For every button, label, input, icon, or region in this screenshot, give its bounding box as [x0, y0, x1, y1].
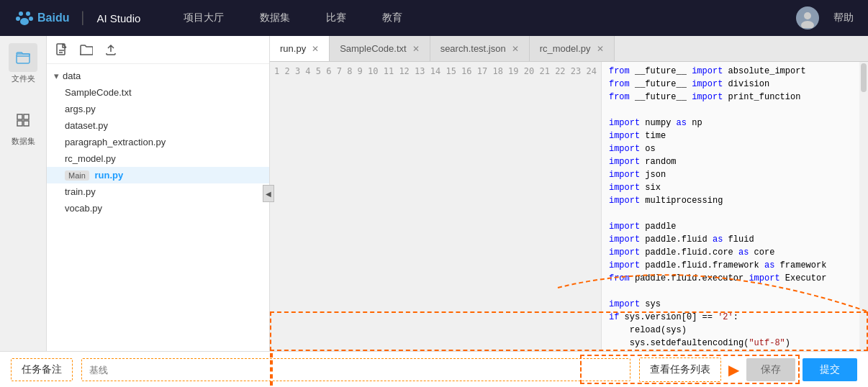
baidu-logo: Baidu: [14, 8, 69, 28]
file-samplecode[interactable]: SampleCode.txt: [47, 84, 269, 101]
task-bar: 任务备注 查看任务列表 ▶ 保存 提交: [0, 351, 868, 387]
upload-icon: [104, 43, 117, 56]
tab-samplecode[interactable]: SampleCode.txt ✕: [330, 36, 430, 61]
svg-rect-9: [24, 114, 29, 119]
svg-point-0: [19, 12, 23, 16]
file-args[interactable]: args.py: [47, 101, 269, 117]
chevron-down-icon: ▾: [54, 70, 59, 81]
svg-point-4: [20, 18, 29, 25]
tab-close-samplecode[interactable]: ✕: [412, 44, 420, 54]
file-runpy[interactable]: Main run.py: [47, 167, 269, 183]
folder-data[interactable]: ▾ data: [47, 68, 269, 84]
svg-rect-8: [17, 114, 22, 119]
task-right: 查看任务列表 ▶ 保存 提交: [639, 358, 857, 382]
line-numbers: 1 2 3 4 5 6 7 8 9 10 11 12 13 14 15 16 1…: [270, 62, 602, 351]
task-notes-button[interactable]: 任务备注: [11, 358, 73, 381]
file-runpy-label: run.py: [94, 170, 123, 181]
svg-point-1: [26, 12, 30, 16]
folder-name: data: [63, 70, 81, 81]
tab-label-runpy: run.py: [280, 43, 306, 54]
tab-close-rcmodel[interactable]: ✕: [597, 44, 604, 54]
scrollbar-track[interactable]: [859, 62, 868, 351]
main-badge: Main: [65, 170, 89, 181]
file-train[interactable]: train.py: [47, 183, 269, 200]
avatar[interactable]: [796, 6, 819, 29]
upload-button[interactable]: [103, 42, 119, 58]
help-link[interactable]: 帮助: [833, 12, 854, 24]
nav-item-projects[interactable]: 项目大厅: [184, 8, 224, 28]
tab-label-searchtest: search.test.json: [440, 43, 506, 54]
file-paragraph[interactable]: paragraph_extraction.py: [47, 134, 269, 150]
code-content[interactable]: from __future__ import absolute_import f…: [602, 62, 868, 351]
view-tasks-button[interactable]: 查看任务列表: [639, 358, 721, 382]
avatar-icon: [797, 8, 818, 28]
editor-tabs: run.py ✕ SampleCode.txt ✕ search.test.js…: [270, 36, 868, 62]
save-button[interactable]: 保存: [746, 358, 795, 381]
baidu-paw-icon: [14, 8, 35, 28]
sidebar-item-files[interactable]: [9, 43, 37, 72]
svg-rect-7: [17, 54, 30, 63]
svg-point-6: [801, 21, 814, 28]
file-vocab[interactable]: vocab.py: [47, 200, 269, 217]
nav-items: 项目大厅 数据集 比赛 教育: [184, 8, 796, 28]
editor-content: 1 2 3 4 5 6 7 8 9 10 11 12 13 14 15 16 1…: [270, 62, 868, 351]
file-rcmodel[interactable]: rc_model.py: [47, 150, 269, 167]
code-container: 1 2 3 4 5 6 7 8 9 10 11 12 13 14 15 16 1…: [270, 62, 868, 351]
sidebar: 文件夹 数据集: [0, 36, 47, 351]
nav-item-education[interactable]: 教育: [382, 8, 402, 28]
new-file-button[interactable]: [54, 42, 70, 58]
tab-label-samplecode: SampleCode.txt: [340, 43, 407, 54]
editor-area: ◀ run.py ✕ SampleCode.txt ✕ search.test.…: [270, 36, 868, 351]
sidebar-section-datasets[interactable]: 数据集: [9, 106, 37, 147]
sidebar-section-files[interactable]: 文件夹: [9, 43, 37, 84]
file-toolbar: [47, 36, 269, 64]
grid-icon: [16, 113, 30, 127]
scrollbar-thumb[interactable]: [861, 63, 867, 92]
svg-rect-11: [24, 121, 29, 126]
svg-point-2: [16, 17, 20, 21]
new-folder-icon: [80, 43, 93, 56]
task-input[interactable]: [89, 365, 623, 375]
file-panel: ▾ data SampleCode.txt args.py dataset.py…: [47, 36, 270, 351]
svg-point-5: [804, 12, 811, 19]
collapse-panel-button[interactable]: ◀: [263, 185, 274, 202]
baidu-text: Baidu: [37, 12, 69, 24]
arrow-right-icon: ▶: [728, 361, 739, 378]
main-container: 文件夹 数据集: [0, 36, 868, 351]
sidebar-label-datasets: 数据集: [12, 136, 35, 147]
svg-point-3: [29, 17, 33, 21]
nav-item-datasets[interactable]: 数据集: [260, 8, 290, 28]
file-tree: ▾ data SampleCode.txt args.py dataset.py…: [47, 64, 269, 351]
studio-text: AI Studio: [96, 12, 140, 24]
new-file-icon: [55, 43, 68, 56]
nav-right: 帮助: [796, 6, 854, 29]
tab-searchtest[interactable]: search.test.json ✕: [430, 36, 530, 61]
sidebar-item-datasets[interactable]: [9, 106, 37, 135]
nav-logo: Baidu │ AI Studio: [14, 8, 140, 28]
file-dataset[interactable]: dataset.py: [47, 117, 269, 134]
sidebar-label-files: 文件夹: [12, 73, 35, 84]
tab-close-searchtest[interactable]: ✕: [512, 44, 519, 54]
svg-rect-10: [17, 121, 22, 126]
top-nav: Baidu │ AI Studio 项目大厅 数据集 比赛 教育 帮助: [0, 0, 868, 36]
tab-runpy[interactable]: run.py ✕: [270, 36, 330, 61]
tab-close-runpy[interactable]: ✕: [312, 44, 319, 54]
nav-item-competition[interactable]: 比赛: [326, 8, 346, 28]
folder-icon: [16, 50, 30, 65]
task-input-wrapper: [81, 358, 630, 381]
new-folder-button[interactable]: [78, 42, 94, 58]
tab-rcmodel[interactable]: rc_model.py ✕: [530, 36, 615, 61]
submit-button[interactable]: 提交: [803, 358, 857, 381]
tab-label-rcmodel: rc_model.py: [540, 43, 591, 54]
